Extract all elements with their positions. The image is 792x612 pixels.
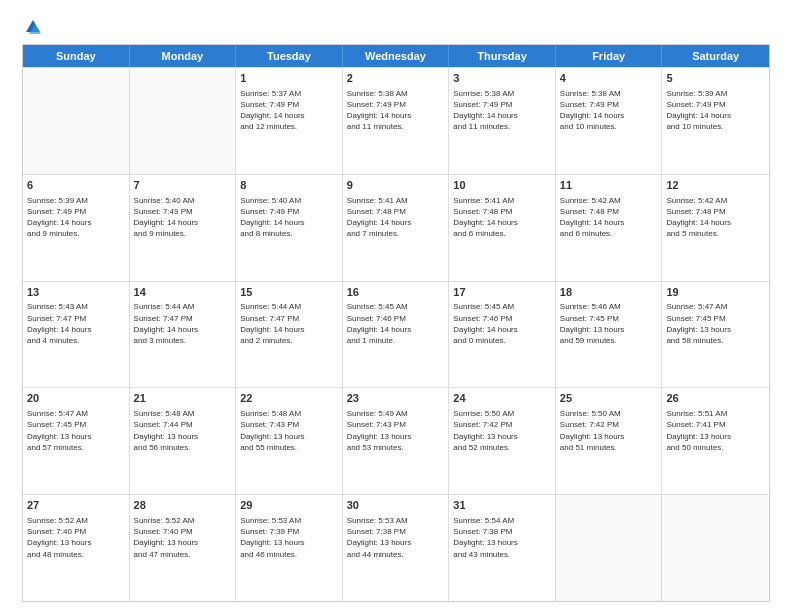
day-number: 31 (453, 498, 551, 513)
day-number: 19 (666, 285, 765, 300)
weekday-header: Monday (130, 45, 237, 67)
calendar-header: SundayMondayTuesdayWednesdayThursdayFrid… (23, 45, 769, 67)
calendar-cell (556, 495, 663, 601)
calendar-cell: 2Sunrise: 5:38 AM Sunset: 7:49 PM Daylig… (343, 68, 450, 174)
cell-info: Sunrise: 5:38 AM Sunset: 7:49 PM Dayligh… (347, 88, 445, 133)
day-number: 28 (134, 498, 232, 513)
calendar-row: 20Sunrise: 5:47 AM Sunset: 7:45 PM Dayli… (23, 387, 769, 494)
calendar-cell: 17Sunrise: 5:45 AM Sunset: 7:46 PM Dayli… (449, 282, 556, 388)
calendar-body: 1Sunrise: 5:37 AM Sunset: 7:49 PM Daylig… (23, 67, 769, 601)
day-number: 7 (134, 178, 232, 193)
calendar-cell: 29Sunrise: 5:53 AM Sunset: 7:39 PM Dayli… (236, 495, 343, 601)
header (22, 18, 770, 36)
day-number: 10 (453, 178, 551, 193)
calendar-cell: 15Sunrise: 5:44 AM Sunset: 7:47 PM Dayli… (236, 282, 343, 388)
day-number: 18 (560, 285, 658, 300)
calendar-cell: 18Sunrise: 5:46 AM Sunset: 7:45 PM Dayli… (556, 282, 663, 388)
calendar-cell: 5Sunrise: 5:39 AM Sunset: 7:49 PM Daylig… (662, 68, 769, 174)
day-number: 16 (347, 285, 445, 300)
calendar-cell (130, 68, 237, 174)
cell-info: Sunrise: 5:38 AM Sunset: 7:49 PM Dayligh… (560, 88, 658, 133)
day-number: 9 (347, 178, 445, 193)
calendar-cell: 21Sunrise: 5:48 AM Sunset: 7:44 PM Dayli… (130, 388, 237, 494)
weekday-header: Wednesday (343, 45, 450, 67)
calendar-cell: 9Sunrise: 5:41 AM Sunset: 7:48 PM Daylig… (343, 175, 450, 281)
calendar-cell: 20Sunrise: 5:47 AM Sunset: 7:45 PM Dayli… (23, 388, 130, 494)
calendar-cell: 7Sunrise: 5:40 AM Sunset: 7:49 PM Daylig… (130, 175, 237, 281)
cell-info: Sunrise: 5:43 AM Sunset: 7:47 PM Dayligh… (27, 301, 125, 346)
calendar-cell: 4Sunrise: 5:38 AM Sunset: 7:49 PM Daylig… (556, 68, 663, 174)
cell-info: Sunrise: 5:46 AM Sunset: 7:45 PM Dayligh… (560, 301, 658, 346)
calendar-cell: 24Sunrise: 5:50 AM Sunset: 7:42 PM Dayli… (449, 388, 556, 494)
calendar-cell: 16Sunrise: 5:45 AM Sunset: 7:46 PM Dayli… (343, 282, 450, 388)
weekday-header: Sunday (23, 45, 130, 67)
cell-info: Sunrise: 5:39 AM Sunset: 7:49 PM Dayligh… (27, 195, 125, 240)
calendar-cell: 26Sunrise: 5:51 AM Sunset: 7:41 PM Dayli… (662, 388, 769, 494)
calendar-cell: 12Sunrise: 5:42 AM Sunset: 7:48 PM Dayli… (662, 175, 769, 281)
cell-info: Sunrise: 5:52 AM Sunset: 7:40 PM Dayligh… (134, 515, 232, 560)
calendar-cell: 31Sunrise: 5:54 AM Sunset: 7:38 PM Dayli… (449, 495, 556, 601)
day-number: 23 (347, 391, 445, 406)
day-number: 24 (453, 391, 551, 406)
logo-icon (24, 18, 42, 36)
calendar-cell: 22Sunrise: 5:48 AM Sunset: 7:43 PM Dayli… (236, 388, 343, 494)
cell-info: Sunrise: 5:48 AM Sunset: 7:43 PM Dayligh… (240, 408, 338, 453)
calendar: SundayMondayTuesdayWednesdayThursdayFrid… (22, 44, 770, 602)
day-number: 11 (560, 178, 658, 193)
cell-info: Sunrise: 5:48 AM Sunset: 7:44 PM Dayligh… (134, 408, 232, 453)
calendar-row: 1Sunrise: 5:37 AM Sunset: 7:49 PM Daylig… (23, 67, 769, 174)
cell-info: Sunrise: 5:38 AM Sunset: 7:49 PM Dayligh… (453, 88, 551, 133)
day-number: 2 (347, 71, 445, 86)
calendar-cell: 14Sunrise: 5:44 AM Sunset: 7:47 PM Dayli… (130, 282, 237, 388)
weekday-header: Friday (556, 45, 663, 67)
day-number: 26 (666, 391, 765, 406)
cell-info: Sunrise: 5:45 AM Sunset: 7:46 PM Dayligh… (453, 301, 551, 346)
cell-info: Sunrise: 5:54 AM Sunset: 7:38 PM Dayligh… (453, 515, 551, 560)
day-number: 25 (560, 391, 658, 406)
calendar-cell: 19Sunrise: 5:47 AM Sunset: 7:45 PM Dayli… (662, 282, 769, 388)
calendar-cell: 28Sunrise: 5:52 AM Sunset: 7:40 PM Dayli… (130, 495, 237, 601)
cell-info: Sunrise: 5:45 AM Sunset: 7:46 PM Dayligh… (347, 301, 445, 346)
calendar-cell: 11Sunrise: 5:42 AM Sunset: 7:48 PM Dayli… (556, 175, 663, 281)
day-number: 30 (347, 498, 445, 513)
cell-info: Sunrise: 5:50 AM Sunset: 7:42 PM Dayligh… (453, 408, 551, 453)
cell-info: Sunrise: 5:52 AM Sunset: 7:40 PM Dayligh… (27, 515, 125, 560)
day-number: 15 (240, 285, 338, 300)
day-number: 5 (666, 71, 765, 86)
cell-info: Sunrise: 5:53 AM Sunset: 7:39 PM Dayligh… (240, 515, 338, 560)
calendar-cell: 8Sunrise: 5:40 AM Sunset: 7:49 PM Daylig… (236, 175, 343, 281)
calendar-cell: 30Sunrise: 5:53 AM Sunset: 7:38 PM Dayli… (343, 495, 450, 601)
day-number: 22 (240, 391, 338, 406)
cell-info: Sunrise: 5:42 AM Sunset: 7:48 PM Dayligh… (666, 195, 765, 240)
calendar-row: 6Sunrise: 5:39 AM Sunset: 7:49 PM Daylig… (23, 174, 769, 281)
day-number: 8 (240, 178, 338, 193)
cell-info: Sunrise: 5:50 AM Sunset: 7:42 PM Dayligh… (560, 408, 658, 453)
calendar-cell: 3Sunrise: 5:38 AM Sunset: 7:49 PM Daylig… (449, 68, 556, 174)
day-number: 6 (27, 178, 125, 193)
calendar-cell: 27Sunrise: 5:52 AM Sunset: 7:40 PM Dayli… (23, 495, 130, 601)
day-number: 1 (240, 71, 338, 86)
day-number: 17 (453, 285, 551, 300)
calendar-cell: 6Sunrise: 5:39 AM Sunset: 7:49 PM Daylig… (23, 175, 130, 281)
day-number: 20 (27, 391, 125, 406)
calendar-cell: 25Sunrise: 5:50 AM Sunset: 7:42 PM Dayli… (556, 388, 663, 494)
cell-info: Sunrise: 5:47 AM Sunset: 7:45 PM Dayligh… (666, 301, 765, 346)
calendar-row: 13Sunrise: 5:43 AM Sunset: 7:47 PM Dayli… (23, 281, 769, 388)
cell-info: Sunrise: 5:44 AM Sunset: 7:47 PM Dayligh… (240, 301, 338, 346)
calendar-cell: 10Sunrise: 5:41 AM Sunset: 7:48 PM Dayli… (449, 175, 556, 281)
day-number: 21 (134, 391, 232, 406)
day-number: 12 (666, 178, 765, 193)
calendar-cell: 13Sunrise: 5:43 AM Sunset: 7:47 PM Dayli… (23, 282, 130, 388)
calendar-row: 27Sunrise: 5:52 AM Sunset: 7:40 PM Dayli… (23, 494, 769, 601)
calendar-cell: 1Sunrise: 5:37 AM Sunset: 7:49 PM Daylig… (236, 68, 343, 174)
cell-info: Sunrise: 5:49 AM Sunset: 7:43 PM Dayligh… (347, 408, 445, 453)
day-number: 14 (134, 285, 232, 300)
cell-info: Sunrise: 5:44 AM Sunset: 7:47 PM Dayligh… (134, 301, 232, 346)
cell-info: Sunrise: 5:47 AM Sunset: 7:45 PM Dayligh… (27, 408, 125, 453)
weekday-header: Tuesday (236, 45, 343, 67)
cell-info: Sunrise: 5:41 AM Sunset: 7:48 PM Dayligh… (347, 195, 445, 240)
cell-info: Sunrise: 5:39 AM Sunset: 7:49 PM Dayligh… (666, 88, 765, 133)
day-number: 3 (453, 71, 551, 86)
weekday-header: Saturday (662, 45, 769, 67)
day-number: 29 (240, 498, 338, 513)
